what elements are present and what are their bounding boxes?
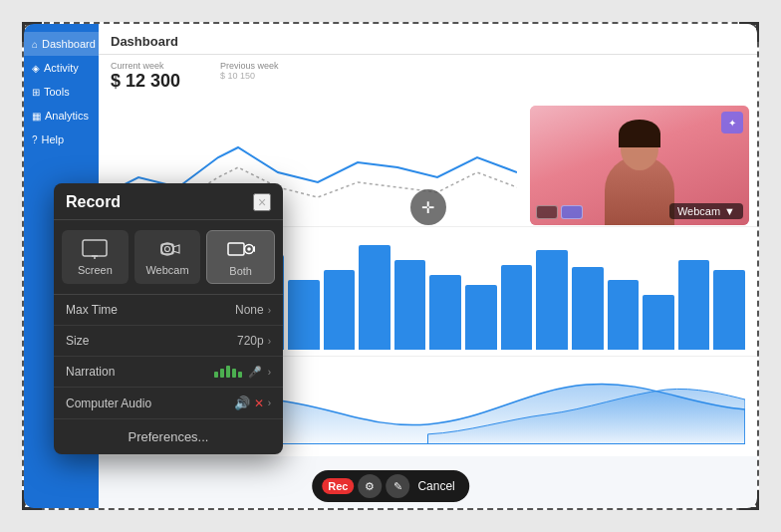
vol-seg-2 xyxy=(220,369,224,378)
stat-current: Current week $ 12 300 xyxy=(111,61,180,92)
bar-15 xyxy=(608,280,640,350)
record-panel: Record × Screen Webcam xyxy=(54,183,283,454)
dashboard-title: Dashboard xyxy=(111,34,178,49)
sidebar-item-tools[interactable]: ⊞ Tools xyxy=(24,80,99,104)
bar-18 xyxy=(713,270,745,350)
activity-icon: ◈ xyxy=(32,63,40,74)
vol-seg-3 xyxy=(226,366,230,378)
sidebar-item-help[interactable]: ? Help xyxy=(24,128,99,151)
bar-7 xyxy=(324,270,356,350)
bar-17 xyxy=(678,260,710,350)
max-time-chevron[interactable]: › xyxy=(268,305,271,316)
screen-label: Screen xyxy=(78,264,113,276)
cancel-button[interactable]: Cancel xyxy=(413,479,458,493)
speaker-icon: 🔊 xyxy=(234,396,250,410)
bar-16 xyxy=(643,295,674,350)
narration-chevron[interactable]: › xyxy=(268,367,271,378)
webcam-label-text: Webcam xyxy=(677,205,720,217)
narration-volume-bar xyxy=(214,366,242,378)
edit-icon-btn[interactable]: ✎ xyxy=(386,474,409,498)
max-time-row: Max Time None › xyxy=(54,295,283,326)
help-icon: ? xyxy=(32,134,38,145)
record-title: Record xyxy=(66,193,121,211)
stat-previous: Previous week $ 10 150 xyxy=(220,61,279,92)
webcam-ctrl-screen[interactable] xyxy=(536,205,558,219)
bar-13 xyxy=(536,250,568,350)
narration-row: Narration 🎤 › xyxy=(54,357,283,388)
svg-point-3 xyxy=(161,243,173,255)
magic-icon[interactable]: ✦ xyxy=(721,112,743,133)
webcam-controls xyxy=(536,205,583,219)
max-time-value: None xyxy=(235,303,264,317)
svg-rect-0 xyxy=(83,240,107,256)
sidebar-item-label: Analytics xyxy=(45,110,89,122)
narration-value-area: 🎤 › xyxy=(214,366,271,379)
bar-11 xyxy=(465,285,497,350)
screen-button[interactable]: Screen xyxy=(62,230,129,284)
svg-point-8 xyxy=(247,247,251,251)
rec-badge: Rec xyxy=(322,478,354,494)
vol-seg-5 xyxy=(238,372,242,378)
sidebar-item-label: Help xyxy=(42,133,65,145)
analytics-icon: ▦ xyxy=(32,111,41,122)
vol-seg-4 xyxy=(232,369,236,378)
previous-week-value: $ 10 150 xyxy=(220,71,279,81)
sidebar-item-dashboard[interactable]: ⌂ Dashboard xyxy=(24,32,99,56)
bar-8 xyxy=(359,245,390,350)
vol-seg-1 xyxy=(214,372,218,378)
size-value-area: 720p › xyxy=(237,334,271,348)
max-time-label: Max Time xyxy=(66,303,118,317)
webcam-label: Webcam ▼ xyxy=(669,203,743,219)
stats-row: Current week $ 12 300 Previous week $ 10… xyxy=(99,55,757,98)
webcam-button[interactable]: Webcam xyxy=(134,230,201,284)
webcam-button-label: Webcam xyxy=(145,264,188,276)
computer-audio-value-area: 🔊 ✕ › xyxy=(234,396,271,410)
size-row: Size 720p › xyxy=(54,326,283,357)
bar-10 xyxy=(429,275,461,350)
screen-icon xyxy=(81,238,109,260)
source-buttons: Screen Webcam Both xyxy=(54,220,283,295)
size-value: 720p xyxy=(237,334,264,348)
sidebar-item-label: Activity xyxy=(44,62,79,74)
computer-audio-chevron[interactable]: › xyxy=(268,398,271,408)
mic-icon: 🎤 xyxy=(248,366,262,379)
bar-14 xyxy=(572,267,604,350)
computer-audio-row: Computer Audio 🔊 ✕ › xyxy=(54,388,283,419)
close-button[interactable]: × xyxy=(253,193,271,211)
both-icon xyxy=(227,239,255,261)
home-icon: ⌂ xyxy=(32,39,38,50)
both-button[interactable]: Both xyxy=(206,230,275,284)
sidebar-item-analytics[interactable]: ▦ Analytics xyxy=(24,104,99,128)
webcam-ctrl-cam[interactable] xyxy=(561,205,583,219)
settings-icon-btn[interactable]: ⚙ xyxy=(358,474,382,498)
narration-label: Narration xyxy=(66,365,115,379)
size-chevron[interactable]: › xyxy=(268,336,271,347)
sidebar-item-label: Dashboard xyxy=(42,38,96,50)
dash-header: Dashboard xyxy=(99,24,757,55)
size-label: Size xyxy=(66,334,89,348)
webcam-dropdown-icon[interactable]: ▼ xyxy=(724,205,735,217)
bottom-toolbar: Rec ⚙ ✎ Cancel xyxy=(312,470,469,502)
bar-9 xyxy=(394,260,426,350)
tools-icon: ⊞ xyxy=(32,87,40,98)
computer-audio-label: Computer Audio xyxy=(66,397,151,410)
move-handle[interactable]: ✛ xyxy=(410,189,446,225)
previous-week-label: Previous week xyxy=(220,61,279,71)
svg-point-4 xyxy=(165,247,170,252)
mute-x-icon: ✕ xyxy=(254,397,264,410)
current-week-value: $ 12 300 xyxy=(111,71,180,92)
webcam-preview: ✦ Webcam ▼ xyxy=(530,106,749,225)
bar-6 xyxy=(288,280,320,350)
max-time-value-area: None › xyxy=(235,303,271,317)
main-frame: ⌂ Dashboard ◈ Activity ⊞ Tools ▦ Analyti… xyxy=(22,22,759,510)
record-panel-header: Record × xyxy=(54,183,283,220)
sidebar-item-label: Tools xyxy=(44,86,70,98)
current-week-label: Current week xyxy=(111,61,180,71)
settings-rows: Max Time None › Size 720p › Narration xyxy=(54,295,283,419)
preferences-button[interactable]: Preferences... xyxy=(54,419,283,454)
bar-12 xyxy=(501,265,533,350)
sidebar-item-activity[interactable]: ◈ Activity xyxy=(24,56,99,80)
svg-rect-6 xyxy=(228,243,244,255)
both-label: Both xyxy=(229,265,252,277)
webcam-icon xyxy=(153,238,181,260)
